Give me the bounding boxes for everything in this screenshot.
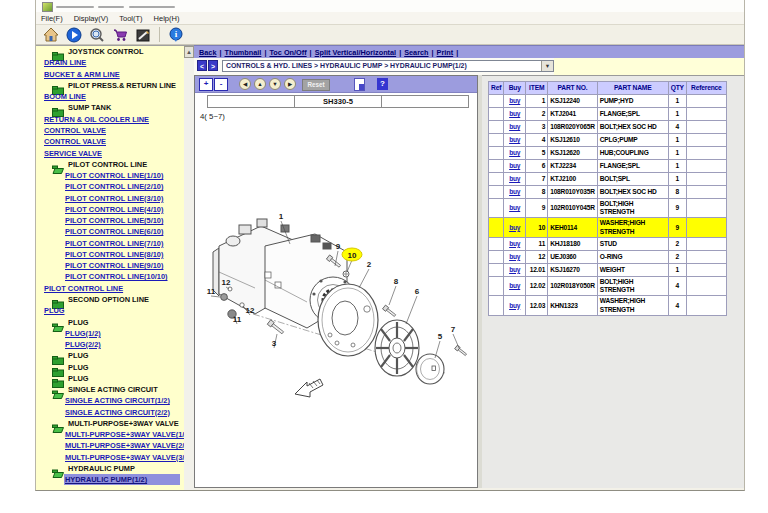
pan-right-button[interactable]: ▶ bbox=[284, 78, 296, 90]
menu-tool[interactable]: Tool(T) bbox=[119, 14, 142, 23]
sidebar-folder-multi-purpose-3way-valve[interactable]: MULTI-PURPOSE+3WAY VALVE bbox=[52, 419, 179, 428]
sidebar-folder-pilot-control-line[interactable]: PILOT CONTROL LINE bbox=[52, 160, 147, 169]
toc-scrollbar[interactable]: ▲ bbox=[184, 45, 194, 490]
buy-link[interactable]: buy bbox=[509, 266, 520, 273]
sidebar-item-pilot-control-line[interactable]: PILOT CONTROL LINE bbox=[44, 284, 123, 293]
callout-number-11[interactable]: 11 bbox=[207, 287, 216, 296]
sidebar-item-return-oil-cooler-line[interactable]: RETURN & OIL COOLER LINE bbox=[44, 115, 149, 124]
sidebar-item-drain-line[interactable]: DRAIN LINE bbox=[44, 58, 86, 67]
sidebar-item-multi-purpose-3way-valve-2-3[interactable]: MULTI-PURPOSE+3WAY VALVE(2/3) bbox=[65, 441, 184, 450]
nav-link-thumbnail[interactable]: Thumbnail bbox=[225, 48, 262, 57]
buy-link[interactable]: buy bbox=[509, 240, 520, 247]
sidebar-item-pilot-control-line-9-10[interactable]: PILOT CONTROL LINE(9/10) bbox=[65, 261, 163, 270]
search-icon[interactable] bbox=[88, 26, 105, 43]
buy-link[interactable]: buy bbox=[509, 302, 520, 309]
cart-icon[interactable] bbox=[111, 26, 128, 43]
sidebar-folder-hydraulic-pump[interactable]: HYDRAULIC PUMP bbox=[52, 464, 135, 473]
callout-number-12[interactable]: 12 bbox=[246, 306, 255, 315]
callout-number-2[interactable]: 2 bbox=[367, 260, 372, 269]
sidebar-item-bucket-arm-line[interactable]: BUCKET & ARM LINE bbox=[44, 70, 120, 79]
buy-link[interactable]: buy bbox=[509, 224, 520, 231]
sidebar-item-pilot-control-line-7-10[interactable]: PILOT CONTROL LINE(7/10) bbox=[65, 239, 163, 248]
buy-link[interactable]: buy bbox=[509, 175, 520, 182]
buy-link[interactable]: buy bbox=[509, 97, 520, 104]
menu-help[interactable]: Help(H) bbox=[154, 14, 180, 23]
menu-display[interactable]: Display(V) bbox=[74, 14, 109, 23]
sidebar-item-hydraulic-pump-1-2[interactable]: HYDRAULIC PUMP(1/2) bbox=[64, 474, 180, 485]
nav-link-search[interactable]: Search bbox=[404, 48, 428, 57]
sidebar-folder-plug[interactable]: PLUG bbox=[52, 363, 89, 372]
buy-link[interactable]: buy bbox=[509, 162, 520, 169]
sidebar-item-multi-purpose-3way-valve-3-3[interactable]: MULTI-PURPOSE+3WAY VALVE(3/3) bbox=[65, 453, 184, 462]
callout-number-8[interactable]: 8 bbox=[394, 277, 399, 286]
sidebar-item-control-valve[interactable]: CONTROL VALVE bbox=[44, 137, 106, 146]
sidebar-item-pilot-control-line-4-10[interactable]: PILOT CONTROL LINE(4/10) bbox=[65, 205, 163, 214]
callout-number-3[interactable]: 3 bbox=[272, 339, 277, 348]
pan-left-button[interactable]: ◀ bbox=[239, 78, 251, 90]
callout-number-1[interactable]: 1 bbox=[279, 212, 284, 221]
callout-number-5[interactable]: 5 bbox=[438, 332, 443, 341]
sidebar-item-pilot-control-line-2-10[interactable]: PILOT CONTROL LINE(2/10) bbox=[65, 182, 163, 191]
sidebar-folder-pilot-press-return-line[interactable]: PILOT PRESS.& RETURN LINE bbox=[52, 81, 176, 90]
sidebar-item-single-acting-circuit-1-2[interactable]: SINGLE ACTING CIRCUIT(1/2) bbox=[65, 396, 170, 405]
breadcrumb-forward-button[interactable]: > bbox=[208, 60, 218, 71]
sidebar-item-plug-1-2[interactable]: PLUG(1/2) bbox=[65, 329, 101, 338]
callout-number-6[interactable]: 6 bbox=[415, 287, 420, 296]
sidebar-folder-plug[interactable]: PLUG bbox=[52, 318, 89, 327]
qty-cell: 1 bbox=[668, 95, 686, 108]
breadcrumb-back-button[interactable]: < bbox=[197, 60, 207, 71]
sidebar-folder-single-acting-circuit[interactable]: SINGLE ACTING CIRCUIT bbox=[52, 385, 158, 394]
buy-link[interactable]: buy bbox=[509, 188, 520, 195]
pan-up-button[interactable]: ▲ bbox=[254, 78, 266, 90]
zoom-out-icon[interactable]: - bbox=[214, 78, 228, 91]
buy-link[interactable]: buy bbox=[509, 204, 520, 211]
buy-link[interactable]: buy bbox=[509, 149, 520, 156]
sidebar-item-plug[interactable]: PLUG bbox=[44, 306, 65, 315]
buy-link[interactable]: buy bbox=[509, 123, 520, 130]
forward-icon[interactable] bbox=[65, 26, 82, 43]
sidebar-item-service-valve[interactable]: SERVICE VALVE bbox=[44, 149, 102, 158]
callout-number-9[interactable]: 9 bbox=[336, 242, 341, 251]
nav-link-back[interactable]: Back bbox=[199, 48, 216, 57]
callout-number-11[interactable]: 11 bbox=[233, 315, 242, 324]
sidebar-item-pilot-control-line-10-10[interactable]: PILOT CONTROL LINE(10/10) bbox=[65, 272, 168, 281]
breadcrumb-select[interactable]: CONTROLS & HYD. LINES > HYDRAULIC PUMP >… bbox=[222, 60, 554, 72]
sidebar-folder-joystick-control[interactable]: JOYSTICK CONTROL bbox=[52, 47, 144, 56]
pan-down-button[interactable]: ▼ bbox=[269, 78, 281, 90]
buy-link[interactable]: buy bbox=[509, 110, 520, 117]
scroll-up-arrow[interactable]: ▲ bbox=[184, 46, 194, 58]
sidebar-item-pilot-control-line-1-10[interactable]: PILOT CONTROL LINE(1/10) bbox=[65, 171, 163, 180]
sidebar-folder-plug[interactable]: PLUG bbox=[52, 351, 89, 360]
sidebar-item-pilot-control-line-8-10[interactable]: PILOT CONTROL LINE(8/10) bbox=[65, 250, 163, 259]
sidebar-folder-plug[interactable]: PLUG bbox=[52, 374, 89, 383]
buy-link[interactable]: buy bbox=[509, 282, 520, 289]
sidebar-item-pilot-control-line-5-10[interactable]: PILOT CONTROL LINE(5/10) bbox=[65, 216, 163, 225]
sidebar-item-boom-line[interactable]: BOOM LINE bbox=[44, 92, 86, 101]
nav-link-print[interactable]: Print bbox=[437, 48, 454, 57]
zoom-in-icon[interactable]: + bbox=[199, 78, 213, 91]
sidebar-folder-sump-tank[interactable]: SUMP TANK bbox=[52, 103, 111, 112]
buy-link[interactable]: buy bbox=[509, 136, 520, 143]
sidebar-item-pilot-control-line-6-10[interactable]: PILOT CONTROL LINE(6/10) bbox=[65, 227, 163, 236]
fit-page-icon[interactable] bbox=[354, 78, 365, 91]
info-icon[interactable]: i bbox=[167, 26, 184, 43]
sidebar-item-multi-purpose-3way-valve-1-3[interactable]: MULTI-PURPOSE+3WAY VALVE(1/3) bbox=[65, 430, 184, 439]
help-button[interactable]: ? bbox=[377, 78, 388, 90]
sidebar-item-control-valve[interactable]: CONTROL VALVE bbox=[44, 126, 106, 135]
sidebar-folder-second-option-line[interactable]: SECOND OPTION LINE bbox=[52, 295, 149, 304]
part-name-cell: BOLT;HEX SOC HD bbox=[597, 121, 668, 134]
buy-link[interactable]: buy bbox=[509, 253, 520, 260]
chevron-down-icon[interactable]: ▼ bbox=[541, 61, 553, 71]
reset-button[interactable]: Reset bbox=[302, 79, 330, 91]
callout-number-7[interactable]: 7 bbox=[451, 325, 456, 334]
menu-file[interactable]: File(F) bbox=[41, 14, 63, 23]
sidebar-item-pilot-control-line-3-10[interactable]: PILOT CONTROL LINE(3/10) bbox=[65, 194, 163, 203]
home-icon[interactable] bbox=[42, 26, 59, 43]
callout-number-10[interactable]: 10 bbox=[348, 251, 357, 260]
sidebar-item-single-acting-circuit-2-2[interactable]: SINGLE ACTING CIRCUIT(2/2) bbox=[65, 408, 170, 417]
callout-number-12[interactable]: 12 bbox=[222, 278, 231, 287]
nav-link-toc-on-off[interactable]: Toc On/Off bbox=[269, 48, 306, 57]
sidebar-item-plug-2-2[interactable]: PLUG(2/2) bbox=[65, 340, 101, 349]
nav-link-split-vertical-horizontal[interactable]: Split Vertical/Horizontal bbox=[315, 48, 397, 57]
notes-icon[interactable] bbox=[134, 26, 151, 43]
